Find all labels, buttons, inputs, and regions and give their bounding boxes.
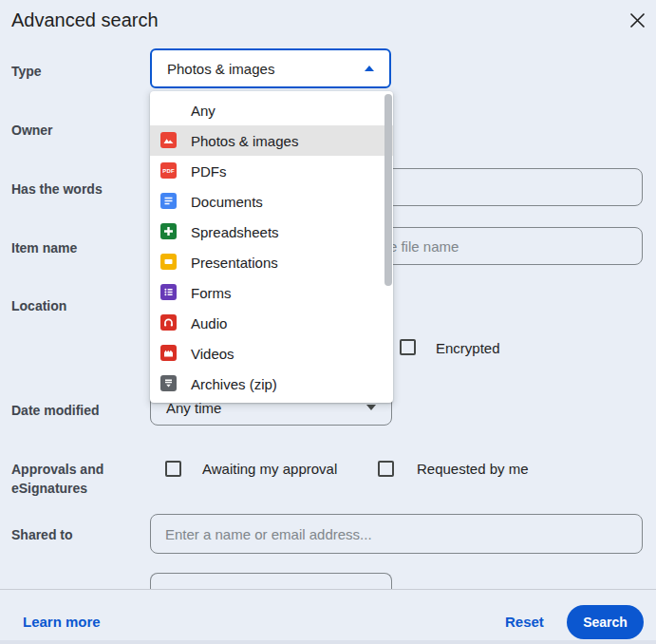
location-label: Location bbox=[11, 296, 66, 315]
menu-item-pdfs[interactable]: PDF PDFs bbox=[150, 156, 393, 186]
has-words-label: Has the words bbox=[11, 180, 103, 199]
menu-item-forms[interactable]: Forms bbox=[150, 277, 393, 308]
photos-icon bbox=[160, 132, 177, 148]
requested-by-me-checkbox[interactable] bbox=[378, 461, 394, 477]
pdf-icon: PDF bbox=[160, 162, 177, 179]
type-label: Type bbox=[11, 62, 42, 81]
menu-item-audio[interactable]: Audio bbox=[150, 308, 393, 338]
menu-item-documents[interactable]: Documents bbox=[150, 186, 393, 217]
shared-to-label: Shared to bbox=[11, 525, 73, 544]
dialog-bottom-edge bbox=[0, 640, 656, 644]
awaiting-approval-label: Awaiting my approval bbox=[202, 461, 337, 478]
awaiting-approval-checkbox[interactable] bbox=[165, 461, 181, 477]
menu-item-label: Any bbox=[191, 103, 216, 119]
chevron-up-icon bbox=[365, 66, 374, 71]
menu-item-label: Audio bbox=[191, 315, 227, 331]
approvals-label-line2: eSignatures bbox=[11, 479, 103, 498]
reset-button[interactable]: Reset bbox=[505, 614, 544, 631]
shared-to-input[interactable] bbox=[150, 514, 643, 554]
menu-item-videos[interactable]: Videos bbox=[150, 338, 393, 369]
videos-icon bbox=[160, 345, 177, 361]
type-select-value: Photos & images bbox=[167, 61, 365, 77]
menu-scrollbar-thumb[interactable] bbox=[384, 94, 392, 286]
page-title: Advanced search bbox=[11, 9, 159, 31]
menu-item-label: Presentations bbox=[191, 255, 278, 271]
followup-select-partial[interactable] bbox=[150, 573, 392, 590]
date-modified-label: Date modified bbox=[11, 401, 100, 420]
menu-item-label: Archives (zip) bbox=[191, 376, 277, 392]
approvals-label-line1: Approvals and bbox=[11, 460, 103, 479]
owner-label: Owner bbox=[11, 121, 53, 140]
search-button[interactable]: Search bbox=[567, 605, 644, 639]
chevron-down-icon bbox=[366, 405, 376, 410]
encrypted-checkbox-label: Encrypted bbox=[436, 340, 500, 357]
menu-item-label: Documents bbox=[191, 194, 263, 210]
close-icon bbox=[629, 12, 646, 32]
empty-icon-slot bbox=[160, 102, 178, 119]
slides-icon bbox=[160, 254, 177, 270]
sheets-icon bbox=[160, 223, 177, 239]
footer-divider bbox=[0, 589, 656, 590]
forms-icon bbox=[160, 284, 177, 300]
menu-item-label: Videos bbox=[191, 346, 234, 362]
archive-icon bbox=[160, 375, 177, 391]
menu-item-label: Spreadsheets bbox=[191, 224, 279, 240]
type-select[interactable]: Photos & images bbox=[150, 48, 391, 88]
item-name-label: Item name bbox=[11, 238, 77, 257]
menu-item-photos-images[interactable]: Photos & images bbox=[150, 125, 393, 156]
approvals-label: Approvals and eSignatures bbox=[11, 460, 103, 498]
audio-icon bbox=[160, 314, 177, 331]
menu-item-label: Photos & images bbox=[191, 133, 298, 149]
menu-item-any[interactable]: Any bbox=[150, 95, 393, 125]
learn-more-link[interactable]: Learn more bbox=[23, 614, 101, 631]
menu-item-spreadsheets[interactable]: Spreadsheets bbox=[150, 217, 393, 247]
docs-icon bbox=[160, 193, 177, 209]
menu-item-archives[interactable]: Archives (zip) bbox=[150, 369, 393, 399]
menu-item-presentations[interactable]: Presentations bbox=[150, 247, 393, 277]
close-button[interactable] bbox=[625, 9, 649, 34]
menu-item-label: Forms bbox=[191, 285, 232, 301]
requested-by-me-label: Requested by me bbox=[417, 461, 529, 478]
encrypted-checkbox[interactable] bbox=[400, 339, 416, 355]
type-dropdown-menu: Any Photos & images PDF PDFs Documents S… bbox=[150, 91, 393, 403]
menu-item-label: PDFs bbox=[191, 163, 227, 180]
